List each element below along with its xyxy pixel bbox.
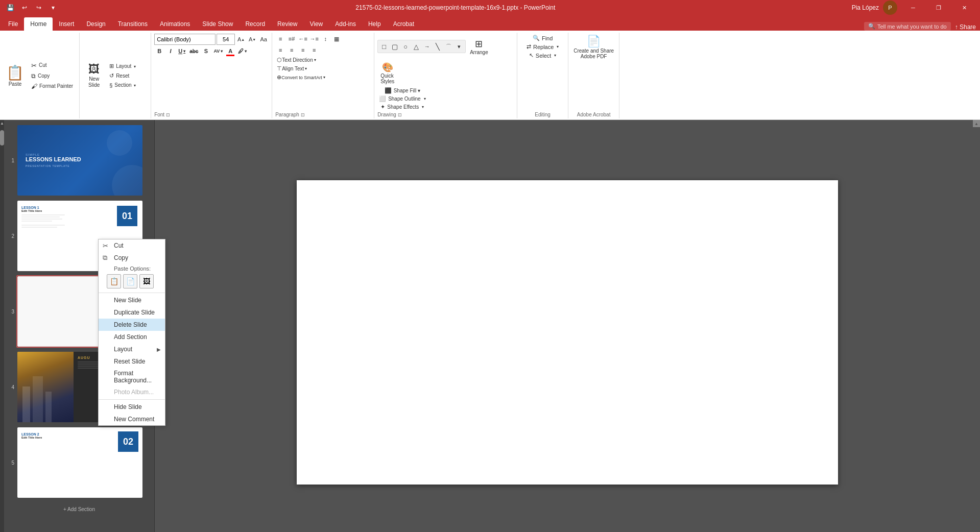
- ctx-copy[interactable]: ⧉ Copy: [99, 252, 165, 264]
- clear-format-button[interactable]: Aa: [258, 34, 269, 44]
- tab-design[interactable]: Design: [80, 17, 111, 31]
- ctx-reset-slide[interactable]: Reset Slide: [99, 355, 165, 368]
- copy-button[interactable]: ⧉ Copy: [29, 71, 75, 81]
- tab-acrobat[interactable]: Acrobat: [387, 17, 420, 31]
- tab-record[interactable]: Record: [239, 17, 271, 31]
- paste-button[interactable]: 📋 Paste: [4, 61, 26, 90]
- shape-rect-icon[interactable]: □: [379, 41, 389, 52]
- shape-connector-icon[interactable]: ⌒: [443, 41, 453, 52]
- avatar[interactable]: P: [883, 1, 897, 15]
- tab-transitions[interactable]: Transitions: [112, 17, 154, 31]
- save-icon[interactable]: 💾: [4, 2, 16, 14]
- search-box[interactable]: 🔍 Tell me what you want to do: [864, 22, 951, 31]
- share-button[interactable]: ↑ Share: [955, 23, 976, 31]
- cut-icon: ✂: [103, 242, 108, 250]
- highlight-button[interactable]: 🖊 ▾: [236, 46, 248, 56]
- justify-button[interactable]: ≡: [309, 45, 319, 55]
- tab-add-ins[interactable]: Add-ins: [329, 17, 362, 31]
- shape-round-rect-icon[interactable]: ▢: [390, 41, 400, 52]
- shape-fill-button[interactable]: ⬛ Shape Fill ▾: [377, 87, 427, 94]
- shape-triangle-icon[interactable]: △: [411, 41, 421, 52]
- canvas-scrollbar-right[interactable]: ▲ ▼: [973, 120, 980, 532]
- shape-oval-icon[interactable]: ○: [400, 41, 411, 52]
- ctx-hide-slide[interactable]: Hide Slide: [99, 401, 165, 413]
- ctx-duplicate-slide[interactable]: Duplicate Slide: [99, 306, 165, 319]
- paste-opt-3[interactable]: 🖼: [139, 274, 154, 288]
- numbered-list-button[interactable]: ≡#: [286, 34, 297, 44]
- main-slide-canvas[interactable]: [297, 180, 838, 485]
- spacing-button[interactable]: AV ▾: [212, 46, 224, 56]
- title-bar: 💾 ↩ ↪ ▾ 21575-02-lessons-learned-powerpo…: [0, 0, 980, 15]
- close-button[interactable]: ✕: [952, 0, 976, 15]
- new-slide-button[interactable]: 🖼 NewSlide: [84, 61, 104, 90]
- ctx-new-slide[interactable]: New Slide: [99, 294, 165, 306]
- underline-button[interactable]: U ▾: [177, 46, 187, 56]
- align-text-button[interactable]: ⊤ Align Text ▾: [275, 65, 308, 72]
- restore-button[interactable]: ❐: [927, 0, 950, 15]
- slide-thumb-5[interactable]: LESSON 2 Edit Title Here 02: [16, 426, 144, 499]
- tab-view[interactable]: View: [303, 17, 329, 31]
- paste-opt-2[interactable]: 📄: [123, 274, 137, 288]
- ctx-add-section[interactable]: Add Section: [99, 331, 165, 343]
- italic-button[interactable]: I: [165, 46, 176, 56]
- font-size-input[interactable]: [217, 34, 235, 45]
- slide-thumb-1[interactable]: SIMPLE LESSONS LEARNED PRESENTATION TEMP…: [16, 124, 144, 197]
- bold-button[interactable]: B: [154, 46, 164, 56]
- font-name-input[interactable]: [154, 34, 216, 45]
- ctx-format-background[interactable]: Format Background...: [99, 368, 165, 386]
- convert-smartart-button[interactable]: ⊕ Convert to SmartArt ▾: [275, 74, 327, 81]
- arrange-button[interactable]: ⊞ Arrange: [467, 34, 491, 59]
- align-center-button[interactable]: ≡: [286, 45, 297, 55]
- tab-animations[interactable]: Animations: [154, 17, 196, 31]
- slide-panel-scrollbar[interactable]: ▼ ▲: [0, 120, 4, 532]
- shape-outline-button[interactable]: ⬜ Shape Outline ▾: [377, 95, 427, 103]
- tab-insert[interactable]: Insert: [53, 17, 80, 31]
- cut-button[interactable]: ✂ Cut: [29, 61, 75, 70]
- shadow-button[interactable]: S: [201, 46, 211, 56]
- scroll-up-arrow[interactable]: ▲: [0, 120, 4, 126]
- reset-button[interactable]: ↺ Reset: [107, 71, 138, 80]
- tab-slide-show[interactable]: Slide Show: [196, 17, 239, 31]
- ctx-cut[interactable]: ✂ Cut: [99, 239, 165, 252]
- align-right-button[interactable]: ≡: [298, 45, 308, 55]
- tab-file[interactable]: File: [2, 17, 24, 31]
- ctx-delete-slide[interactable]: Delete Slide: [99, 319, 165, 331]
- minimize-button[interactable]: ─: [901, 0, 925, 15]
- add-section-button[interactable]: + Add Section: [63, 506, 95, 512]
- section-button[interactable]: § Section ▾: [107, 81, 138, 89]
- decrease-indent-button[interactable]: ←≡: [298, 34, 308, 44]
- line-spacing-button[interactable]: ↕: [320, 34, 330, 44]
- tab-review[interactable]: Review: [271, 17, 303, 31]
- ctx-layout[interactable]: Layout ▶: [99, 343, 165, 355]
- shape-effects-button[interactable]: ✦ Shape Effects ▾: [377, 103, 427, 111]
- columns-button[interactable]: ▦: [331, 34, 342, 44]
- bullets-button[interactable]: ≡: [275, 34, 285, 44]
- layout-button[interactable]: ⊞ Layout ▾: [107, 62, 138, 70]
- replace-button[interactable]: ⇄ Replace ▾: [524, 42, 561, 51]
- quick-styles-button[interactable]: 🎨 QuickStyles: [377, 60, 397, 86]
- select-button[interactable]: ↖ Select ▾: [527, 51, 559, 60]
- slide-panel-scroll-thumb[interactable]: [0, 130, 4, 146]
- strikethrough-button[interactable]: abc: [188, 46, 200, 56]
- find-button[interactable]: 🔍 Find: [531, 34, 555, 42]
- text-direction-button[interactable]: ⬡ Text Direction ▾: [275, 56, 318, 64]
- grow-font-button[interactable]: A▲: [236, 34, 246, 44]
- canvas-scroll-up[interactable]: ▲: [973, 120, 980, 127]
- ctx-new-comment[interactable]: New Comment: [99, 413, 165, 425]
- redo-icon[interactable]: ↪: [33, 2, 45, 14]
- shrink-font-button[interactable]: A▼: [247, 34, 257, 44]
- ctx-photo-album[interactable]: Photo Album...: [99, 386, 165, 398]
- create-share-pdf-button[interactable]: 📄 Create and ShareAdobe PDF: [571, 34, 616, 60]
- paste-opt-1[interactable]: 📋: [107, 274, 121, 288]
- font-color-button[interactable]: A: [225, 46, 235, 56]
- shape-line-icon[interactable]: ╲: [433, 41, 443, 52]
- tab-home[interactable]: Home: [24, 17, 53, 31]
- increase-indent-button[interactable]: →≡: [309, 34, 319, 44]
- customize-quick-access-icon[interactable]: ▾: [47, 2, 59, 14]
- shape-arrow-icon[interactable]: →: [422, 41, 432, 52]
- tab-help[interactable]: Help: [362, 17, 387, 31]
- undo-icon[interactable]: ↩: [18, 2, 31, 14]
- align-left-button[interactable]: ≡: [275, 45, 285, 55]
- format-painter-button[interactable]: 🖌 Format Painter: [29, 82, 75, 91]
- shape-dd-icon[interactable]: ▾: [454, 41, 464, 52]
